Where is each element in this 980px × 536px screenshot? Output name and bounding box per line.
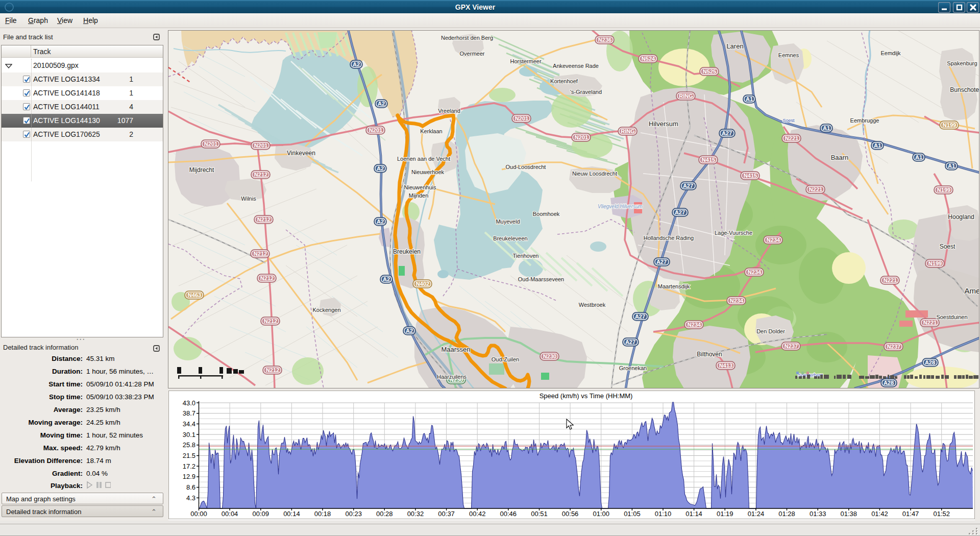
svg-text:Oud-Maarsseveen: Oud-Maarsseveen xyxy=(518,276,565,282)
svg-text:A2: A2 xyxy=(378,101,385,107)
svg-text:A2: A2 xyxy=(377,218,384,225)
svg-text:Eemdijk: Eemdijk xyxy=(880,50,901,56)
svg-text:Hilversum: Hilversum xyxy=(649,120,678,128)
svg-text:A28: A28 xyxy=(884,380,894,386)
svg-text:01:33: 01:33 xyxy=(810,510,826,518)
svg-text:A1: A1 xyxy=(915,154,922,160)
svg-text:Boomhoek: Boomhoek xyxy=(533,211,560,217)
svg-text:Haarzuilens: Haarzuilens xyxy=(437,374,467,380)
svg-text:Muyeveld: Muyeveld xyxy=(496,218,520,225)
svg-text:N525: N525 xyxy=(703,68,716,75)
svg-text:A27: A27 xyxy=(635,313,645,320)
svg-text:01:00: 01:00 xyxy=(593,510,609,518)
svg-text:00:56: 00:56 xyxy=(562,510,579,518)
svg-text:Mijnden: Mijnden xyxy=(409,192,429,199)
svg-text:A1: A1 xyxy=(746,96,753,102)
svg-text:Nieuw Loosdrecht: Nieuw Loosdrecht xyxy=(572,170,617,177)
svg-text:N524: N524 xyxy=(642,56,655,62)
svg-text:A28: A28 xyxy=(925,359,935,366)
svg-text:Baarn: Baarn xyxy=(831,154,849,161)
svg-text:17.2: 17.2 xyxy=(183,462,195,470)
svg-text:N237: N237 xyxy=(785,343,798,349)
svg-text:N212: N212 xyxy=(254,172,267,178)
svg-text:01:14: 01:14 xyxy=(685,510,702,518)
svg-text:N212: N212 xyxy=(254,251,267,257)
svg-text:00:18: 00:18 xyxy=(314,510,331,518)
svg-text:Hollandsche Rading: Hollandsche Rading xyxy=(644,235,694,241)
svg-text:N199: N199 xyxy=(937,187,950,193)
svg-text:A1: A1 xyxy=(948,163,955,169)
svg-text:01:19: 01:19 xyxy=(717,510,733,518)
svg-text:N402: N402 xyxy=(416,281,429,287)
svg-text:Spakenburg: Spakenburg xyxy=(947,60,977,66)
svg-text:01:05: 01:05 xyxy=(624,510,641,518)
svg-text:00:04: 00:04 xyxy=(222,510,238,518)
svg-text:Eembrugge: Eembrugge xyxy=(850,117,879,124)
svg-text:N212: N212 xyxy=(257,216,271,223)
svg-text:Soest: Soest xyxy=(940,243,955,250)
svg-text:N234: N234 xyxy=(748,269,762,275)
svg-text:34.4: 34.4 xyxy=(183,420,195,428)
svg-text:RING: RING xyxy=(679,93,693,99)
svg-text:00:32: 00:32 xyxy=(407,510,424,518)
svg-text:Oud-Loosdrecht: Oud-Loosdrecht xyxy=(506,164,546,170)
svg-text:N199: N199 xyxy=(928,260,942,266)
svg-text:00:51: 00:51 xyxy=(531,510,548,518)
svg-text:Den Dolder: Den Dolder xyxy=(756,328,785,334)
svg-text:N221: N221 xyxy=(884,277,897,283)
svg-text:N199: N199 xyxy=(943,122,956,128)
svg-text:Vreeland: Vreeland xyxy=(438,108,460,114)
svg-text:N201: N201 xyxy=(515,115,528,121)
svg-text:A27: A27 xyxy=(722,130,732,136)
svg-text:N234: N234 xyxy=(767,237,780,243)
svg-text:A1: A1 xyxy=(823,125,830,131)
svg-text:01:28: 01:28 xyxy=(778,510,795,518)
svg-text:Nieuwerhoek: Nieuwerhoek xyxy=(411,169,445,175)
svg-text:N237: N237 xyxy=(887,344,900,350)
svg-text:Wilnis: Wilnis xyxy=(241,196,256,202)
svg-text:Nederhorst den Berg: Nederhorst den Berg xyxy=(441,35,493,41)
svg-text:Ame: Ame xyxy=(965,286,979,295)
svg-text:A27: A27 xyxy=(683,183,693,189)
svg-text:43.0: 43.0 xyxy=(183,399,195,407)
svg-text:Laren: Laren xyxy=(726,42,743,50)
svg-text:Kockengen: Kockengen xyxy=(312,307,340,313)
svg-text:12.9: 12.9 xyxy=(183,473,195,480)
svg-text:25.8: 25.8 xyxy=(183,441,195,449)
svg-text:Soest: Soest xyxy=(782,118,795,123)
svg-text:01:42: 01:42 xyxy=(871,510,888,518)
svg-text:Oud-Zuilen: Oud-Zuilen xyxy=(492,356,519,362)
svg-text:N230: N230 xyxy=(543,353,556,359)
svg-text:Breukelen: Breukelen xyxy=(393,248,421,255)
svg-text:Groenekan: Groenekan xyxy=(619,365,647,371)
svg-text:01:24: 01:24 xyxy=(748,510,765,518)
svg-text:00:00: 00:00 xyxy=(190,510,207,518)
svg-text:Hoogland: Hoogland xyxy=(948,213,974,221)
svg-text:00:37: 00:37 xyxy=(438,510,455,518)
svg-text:Tienhoven: Tienhoven xyxy=(513,253,539,259)
svg-text:Soestduinen: Soestduinen xyxy=(936,314,967,320)
svg-text:A2: A2 xyxy=(406,328,413,334)
svg-text:N234: N234 xyxy=(730,298,744,304)
svg-text:N201: N201 xyxy=(254,142,267,149)
svg-text:30.1: 30.1 xyxy=(183,431,195,438)
svg-text:00:14: 00:14 xyxy=(283,510,300,518)
svg-text:N236: N236 xyxy=(598,37,611,43)
svg-text:A27: A27 xyxy=(625,339,635,345)
svg-text:Loenen aan de Vecht: Loenen aan de Vecht xyxy=(397,156,450,162)
svg-text:N212: N212 xyxy=(266,367,279,373)
svg-text:'s-Graveland: 's-Graveland xyxy=(570,89,602,95)
svg-text:Bilthoven: Bilthoven xyxy=(697,351,722,358)
svg-text:Lage-Vuursche: Lage-Vuursche xyxy=(715,230,752,236)
svg-text:N201: N201 xyxy=(369,127,382,133)
svg-text:N201: N201 xyxy=(204,141,217,147)
svg-text:Eemnes: Eemnes xyxy=(778,52,799,58)
svg-text:A27: A27 xyxy=(675,209,685,215)
svg-text:Maartensdijk: Maartensdijk xyxy=(658,283,690,289)
svg-text:N221: N221 xyxy=(785,135,798,141)
svg-text:A2: A2 xyxy=(383,276,390,282)
svg-text:N234: N234 xyxy=(688,322,701,328)
svg-text:00:28: 00:28 xyxy=(376,510,393,518)
svg-text:N415: N415 xyxy=(702,157,715,163)
svg-text:A1: A1 xyxy=(874,142,881,149)
